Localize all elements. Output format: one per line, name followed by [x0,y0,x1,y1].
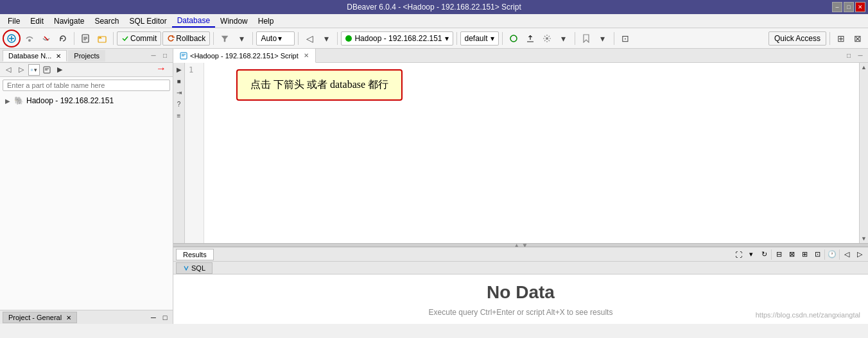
bottom-tab-close-icon[interactable]: ✕ [66,314,71,321]
menu-window[interactable]: Window [215,15,253,27]
bottom-minimize-icon[interactable]: ─ [148,312,159,323]
results-clock-btn[interactable]: 🕐 [826,249,838,260]
explain-button[interactable]: ? [174,99,184,109]
auto-label: Auto [261,34,277,43]
disconnect-button[interactable] [39,31,54,46]
connection-selector[interactable]: Hadoop - 192.168.22.151 ▾ [341,31,453,46]
left-right-arrow-btn[interactable]: ▶ [54,64,65,76]
database-tree: ▶ 🐘 Hadoop - 192.168.22.151 [0,94,173,310]
editor-restore-btn[interactable]: ─ [855,51,865,61]
toolbar-sep-11 [829,32,830,45]
upload-button[interactable] [523,31,538,46]
sync-button[interactable] [506,31,521,46]
editor-maximize-btn[interactable]: □ [844,51,854,61]
panel-tab-bar: Database N... ✕ Projects ─ □ [0,49,173,63]
scroll-down-btn[interactable]: ▼ [860,234,868,243]
results-filter2-btn[interactable]: ⊠ [786,249,797,260]
toolbar-sep-5 [298,32,299,45]
bookmark-button[interactable] [578,31,594,46]
database-name: default [465,34,488,43]
layout-button-2[interactable]: ⊠ [850,31,865,46]
tab-projects[interactable]: Projects [68,50,105,62]
new-connection-button-highlight [3,30,21,47]
quick-access-label: Quick Access [774,34,820,43]
left-dropdown-btn[interactable]: ▾ [28,64,40,76]
left-collapse-btn[interactable] [41,64,53,76]
editor-tab-close-icon[interactable]: ✕ [304,52,309,59]
results-back-btn[interactable]: ◁ [841,249,853,260]
scroll-up-btn[interactable]: ▲ [860,63,868,72]
auto-dropdown[interactable]: Auto ▾ [256,31,295,46]
results-tab[interactable]: Results [176,249,214,260]
bookmark-dropdown[interactable]: ▾ [595,31,611,46]
menu-navigate[interactable]: Navigate [49,15,89,27]
panel-minimize-icon[interactable]: ─ [148,51,159,61]
left-forward-btn[interactable]: ▷ [15,64,27,76]
filter-dropdown[interactable]: ▾ [234,31,249,46]
format-button[interactable]: ≡ [174,110,184,121]
history-dropdown[interactable]: ▾ [318,31,334,46]
database-selector[interactable]: default ▾ [460,31,499,46]
script-editor[interactable]: 点击 下箭头 或者 database 都行 [204,63,859,243]
left-back-btn[interactable]: ◁ [3,64,14,76]
connect-button[interactable] [22,31,37,46]
settings-dropdown[interactable]: ▾ [556,31,571,46]
step-button[interactable]: ⇥ [174,87,184,97]
tree-item-hadoop[interactable]: ▶ 🐘 Hadoop - 192.168.22.151 [3,95,170,106]
menu-sql-editor[interactable]: SQL Editor [124,15,171,27]
menu-help[interactable]: Help [253,15,279,27]
run-button[interactable]: ▶ [174,64,184,74]
results-toolbar-icons: ⛶ ▾ ↻ ⊟ ⊠ ⊞ ⊡ 🕐 ◁ ▷ [733,249,865,260]
editor-scrollbar[interactable]: ▲ ▼ [859,63,868,243]
editor-tab-script[interactable]: <Hadoop - 192.168.22.151> Script ✕ [173,49,316,63]
refresh-button[interactable] [55,31,71,46]
toolbar-sep-10 [614,32,614,45]
results-tab-label: Results [183,251,207,258]
main-toolbar: Commit Rollback ▾ Auto ▾ ◁ ▾ Hadoop - 19… [0,28,868,49]
line-numbers: 1 [185,63,204,243]
results-fullscreen-btn[interactable]: ⛶ [733,249,744,260]
main-area: Database N... ✕ Projects ─ □ ◁ ▷ ▾ ▶ [0,49,868,324]
extra-button[interactable]: ⊡ [618,31,633,46]
results-tab-bar: Results ⛶ ▾ ↻ ⊟ ⊠ ⊞ ⊡ 🕐 ◁ ▷ [173,248,868,262]
menu-file[interactable]: File [3,15,25,27]
results-filter4-btn[interactable]: ⊡ [812,249,823,260]
sql-tab[interactable]: SQL [176,262,213,274]
menu-database[interactable]: Database [172,15,215,28]
rollback-button[interactable]: Rollback [162,31,210,46]
quick-access-button[interactable]: Quick Access [768,31,826,46]
bottom-maximize-icon[interactable]: □ [160,312,170,323]
minimize-button[interactable]: – [832,2,842,12]
rollback-label: Rollback [176,34,205,43]
results-refresh-btn[interactable]: ↻ [758,249,770,260]
layout-button-1[interactable]: ⊞ [833,31,849,46]
menu-edit[interactable]: Edit [25,15,49,27]
new-script-button[interactable] [78,31,93,46]
svg-point-3 [28,39,31,42]
line-number-1: 1 [189,65,200,74]
table-search-input[interactable] [3,80,170,91]
tab-project-general[interactable]: Project - General ✕ [3,312,77,323]
results-filter3-btn[interactable]: ⊞ [799,249,810,260]
editor-tab-label: <Hadoop - 192.168.22.151> Script [190,52,299,60]
results-forward-btn[interactable]: ▷ [854,249,865,260]
left-dropdown-arrow[interactable]: ▾ [34,67,37,73]
panel-maximize-icon[interactable]: □ [160,51,170,61]
new-connection-button[interactable] [4,31,19,46]
history-back[interactable]: ◁ [302,31,317,46]
menu-search[interactable]: Search [89,15,124,27]
close-button[interactable]: ✕ [855,2,865,12]
commit-button[interactable]: Commit [117,31,161,46]
restore-button[interactable]: □ [844,2,854,12]
filter-button[interactable] [217,31,232,46]
tab-database-navigator[interactable]: Database N... ✕ [3,50,67,62]
stop-button[interactable]: ■ [174,76,184,86]
results-dropdown-btn[interactable]: ▾ [745,249,757,260]
panel-tab-icons: ─ □ [148,51,170,61]
settings-button[interactable] [539,31,555,46]
sql-tab-label: SQL [191,264,205,272]
tab-close-icon[interactable]: ✕ [56,53,61,60]
annotation-text: 点击 下箭头 或者 database 都行 [250,79,388,90]
open-script-button[interactable] [94,31,110,46]
results-filter1-btn[interactable]: ⊟ [773,249,785,260]
